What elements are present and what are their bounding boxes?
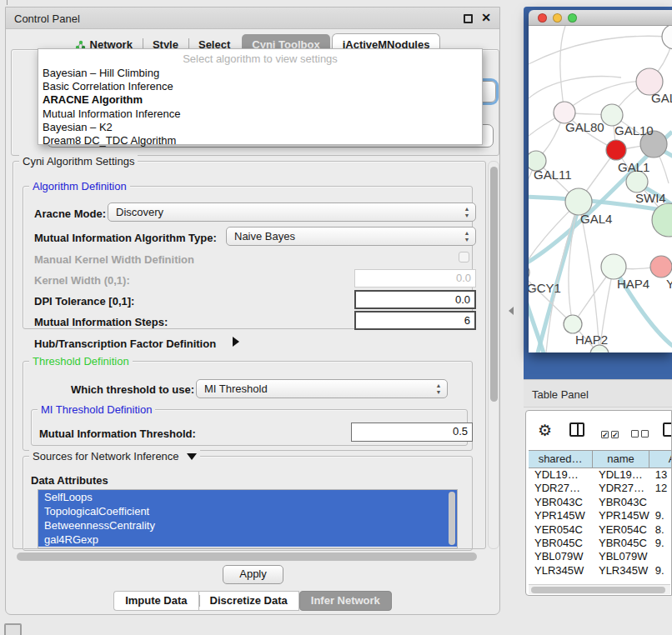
attribute-item[interactable]: SelfLoops <box>38 490 457 504</box>
gear-icon[interactable]: ⚙ <box>538 421 552 440</box>
table-row[interactable]: YBL079WYBL079W <box>529 550 672 563</box>
table-cell: YBL079W <box>529 550 593 563</box>
settings-vertical-scrollbar[interactable] <box>488 161 499 549</box>
which-threshold-select[interactable]: MI Threshold ▲▼ <box>196 379 448 398</box>
node-label: GAL80 <box>565 120 604 134</box>
table-horizontal-scrollbar[interactable] <box>529 584 670 594</box>
panel-icon[interactable] <box>663 422 672 437</box>
table-row[interactable]: YER054CYER054C8. <box>529 523 672 537</box>
table-row[interactable]: YDL19…YDL19…13 <box>529 468 672 482</box>
node-label: GCY1 <box>529 281 561 295</box>
scrollbar-thumb[interactable] <box>531 587 665 593</box>
checked-pair-icon[interactable]: ✓✓ <box>601 426 621 441</box>
table-cell: YBR045C <box>529 537 593 550</box>
split-columns-icon[interactable] <box>569 422 584 437</box>
bottom-tab-impute-data[interactable]: Impute Data <box>113 591 198 611</box>
control-panel-titlebar: Control Panel ✕ <box>6 8 499 29</box>
splitter-collapse-icon[interactable] <box>509 307 514 315</box>
network-node[interactable] <box>662 26 672 49</box>
node-label: HAP4 <box>617 277 649 291</box>
dropdown-item[interactable]: Mutual Information Inference <box>43 108 180 120</box>
table-cell: YDL19… <box>593 468 649 482</box>
mac-close-icon[interactable] <box>538 13 547 22</box>
table-cell: YDL19… <box>529 468 593 482</box>
table-panel-title: Table Panel <box>532 388 589 401</box>
mi-threshold-field[interactable]: 0.5 <box>351 422 473 442</box>
threshold-definition-title: Threshold Definition <box>29 355 133 368</box>
sources-title: Sources for Network Inference <box>29 450 200 462</box>
network-node-gcy1[interactable] <box>529 263 529 282</box>
mi-type-select[interactable]: Naive Bayes ▲▼ <box>226 227 476 246</box>
float-window-icon[interactable] <box>464 14 473 23</box>
close-icon[interactable]: ✕ <box>481 11 491 24</box>
table-header: shared…nameA <box>529 450 672 468</box>
table-cell: YDR27… <box>593 482 649 495</box>
node-label: HAP2 <box>575 332 608 347</box>
node-label: GAL10 <box>614 123 654 138</box>
network-node-hap2[interactable] <box>564 315 582 333</box>
dpi-tolerance-value: 0.0 <box>455 293 470 306</box>
kernel-width-field[interactable]: 0.0 <box>354 269 476 288</box>
table-row[interactable]: YBR045CYBR045C9. <box>529 537 672 550</box>
bottom-tab-discretize-data[interactable]: Discretize Data <box>198 591 299 611</box>
table-cell: YBR043C <box>593 496 649 509</box>
mi-threshold-group-title: MI Threshold Definition <box>38 403 155 416</box>
mi-steps-label: Mutual Information Steps: <box>34 316 168 328</box>
dropdown-item[interactable]: Basic Correlation Inference <box>43 80 173 92</box>
network-node-gal1[interactable] <box>606 140 626 160</box>
table-row[interactable]: YPR145WYPR145W9. <box>529 509 672 522</box>
dropdown-item[interactable]: ARACNE Algorithm <box>43 93 143 106</box>
table-cell <box>649 496 672 509</box>
table-row[interactable]: YLR345WYLR345W9. <box>529 564 672 578</box>
unchecked-pair-icon[interactable] <box>631 426 651 441</box>
dropdown-item[interactable]: Bayesian – K2 <box>43 121 113 133</box>
table-panel: ⚙ ✓✓ shared…nameA YDL19…YDL19…13YDR27…YD… <box>525 410 672 596</box>
mi-threshold-value: 0.5 <box>453 425 468 438</box>
mi-type-value: Naive Bayes <box>234 230 295 242</box>
dropdown-item[interactable]: Bayesian – Hill Climbing <box>43 67 159 79</box>
attribute-item[interactable]: BetweennessCentrality <box>38 518 457 532</box>
apply-button[interactable]: Apply <box>223 565 283 584</box>
attribute-item[interactable]: TopologicalCoefficient <box>38 504 457 518</box>
table-cell: YPR145W <box>593 509 649 522</box>
table-cell: YDR27… <box>529 482 593 495</box>
dropdown-placeholder: Select algorithm to view settings <box>38 52 482 65</box>
network-canvas[interactable]: GALGAL80GAL10GAL1GAL11SWI4GAL4HAP4YGCY1H… <box>529 26 672 352</box>
network-window-titlebar[interactable] <box>529 10 672 26</box>
data-attributes-list[interactable]: SelfLoopsTopologicalCoefficientBetweenne… <box>38 489 458 548</box>
table-cell <box>649 550 672 563</box>
network-node-y[interactable] <box>650 256 672 278</box>
column-header[interactable]: A <box>649 451 672 468</box>
table-cell: 8. <box>649 523 672 537</box>
mac-zoom-icon[interactable] <box>568 13 577 22</box>
table-cell: 9. <box>649 537 672 550</box>
dpi-tolerance-field[interactable]: 0.0 <box>354 290 476 309</box>
table-cell: YLR345W <box>593 564 649 578</box>
mac-minimize-icon[interactable] <box>553 13 562 22</box>
algorithm-dropdown-list: Select algorithm to view settings Bayesi… <box>38 48 483 145</box>
column-header[interactable]: name <box>593 451 649 468</box>
table-row[interactable]: YBR043CYBR043C <box>529 496 672 509</box>
table-cell: YLR345W <box>529 564 593 578</box>
dropdown-item[interactable]: Dream8 DC_TDC Algorithm <box>43 134 176 147</box>
corner-button[interactable] <box>4 623 22 635</box>
mi-steps-value: 6 <box>464 314 470 327</box>
attribute-item[interactable]: gal4RGexp <box>38 532 457 547</box>
scrollbar-thumb[interactable] <box>490 167 498 402</box>
bottom-tab-infer-network[interactable]: Infer Network <box>299 591 392 611</box>
scrollbar-thumb[interactable] <box>17 552 477 561</box>
network-window[interactable]: GALGAL80GAL10GAL1GAL11SWI4GAL4HAP4YGCY1H… <box>529 10 672 352</box>
network-node-hap4[interactable] <box>601 254 626 279</box>
aracne-mode-select[interactable]: Discovery ▲▼ <box>108 202 476 222</box>
settings-horizontal-scrollbar[interactable] <box>13 551 488 562</box>
table-row[interactable]: YDR27…YDR27…12 <box>529 482 672 495</box>
column-header[interactable]: shared… <box>529 451 593 468</box>
mi-steps-field[interactable]: 6 <box>354 311 476 330</box>
list-scrollbar-thumb[interactable] <box>449 492 455 545</box>
algorithm-definition-title: Algorithm Definition <box>29 180 130 192</box>
node-label: SWI4 <box>635 191 666 205</box>
expand-right-icon[interactable] <box>233 337 239 347</box>
manual-kernel-checkbox[interactable] <box>459 252 469 262</box>
stepper-arrows-icon: ▲▼ <box>463 206 471 219</box>
collapse-down-icon[interactable] <box>187 453 197 460</box>
